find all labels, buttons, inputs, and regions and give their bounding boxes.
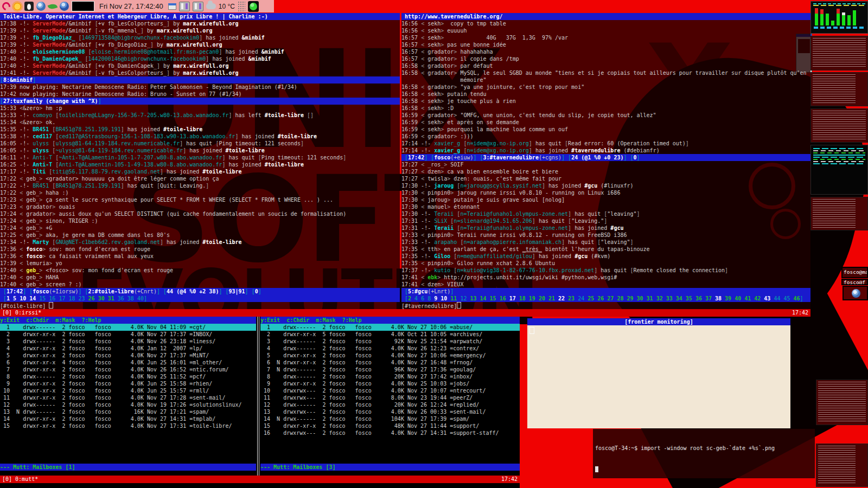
leaf-app-icon[interactable] (48, 2, 58, 10)
mailbox-row[interactable]: 3 drwx------ 2 fosco fosco 92K Nov 25 21… (260, 338, 520, 345)
status-green-circle-icon[interactable] (250, 3, 257, 10)
terminal-log-thumbnail[interactable] (810, 197, 868, 230)
irc-line: 17:39 -!- ServerMode/&minbif [-v fb_mmen… (0, 27, 400, 34)
terminal-log-thumbnail[interactable] (810, 36, 868, 70)
irc-line: 16:57 < gradator> hahahahaha (401, 48, 810, 55)
terminal-log-thumbnail[interactable] (810, 72, 868, 106)
irc-line: 17:38 -!- ServerMode/&minbif [+v fb_LesC… (0, 20, 400, 27)
mailbox-row[interactable]: 7 N drwx------ 2 fosco fosco 96K Nov 27 … (260, 366, 520, 373)
system-info-thumbnail[interactable] (810, 145, 868, 195)
sysinfo-text (813, 163, 865, 164)
text-cursor (457, 302, 461, 309)
irssi-window-tavernedulibre[interactable]: http://www.tavernedulibre.org/ 16:56 < s… (401, 13, 810, 309)
irc-line: 17:35 -!- Giloo [n=me@unaffiliated/gilou… (401, 253, 810, 260)
globe-network-icon[interactable] (60, 2, 69, 11)
sysinfo-text (813, 159, 865, 160)
mutt-left-rows: 1 drwx------ 2 fosco fosco 4.0K Nov 04 1… (0, 324, 256, 429)
irssi-status-bar: [27:tuxfamily (change with ^X)] (0, 98, 400, 105)
terminal-preview-swatch[interactable] (72, 1, 94, 11)
mailbox-row[interactable]: 4 drwxr-xr-x 2 fosco fosco 4.0K Jan 12 2… (0, 345, 256, 352)
mailbox-row[interactable]: 11 drwxrwx--- 2 fosco fosco 8.0K Nov 23 … (260, 394, 520, 401)
screenshot-terminal-window[interactable]: fosco@T-34:~$ import -window root sc-geb… (593, 429, 815, 478)
mailbox-row[interactable]: 15 drwxr-xr-x 2 fosco fosco 48K Nov 27 1… (260, 422, 520, 429)
mutt-mailboxes-window-1[interactable]: y:Exit c:Chdir m:Mask ?:Help 1 drwx-----… (0, 317, 256, 476)
iconified-window-fosco-ma[interactable]: fosco@ma: (841, 267, 868, 278)
irssi-status-bar: [17:42] [fosco(+eiuw)] [3:#tavernedulibr… (401, 154, 810, 161)
screen-hardstatus-irssi: [0] 0:irssi* 17:42 (0, 309, 810, 317)
terminal-log-thumbnail[interactable] (810, 108, 868, 143)
temperature-readout: 10 °C (219, 3, 235, 10)
irc-line: 16:57 < sekh> pas une bonne idée (401, 41, 810, 48)
mutt-mailboxes-window-3[interactable]: y:Exit c:Chdir m:Mask ?:Help 1 drwx-----… (260, 317, 520, 476)
mailbox-row[interactable]: 3 drwx------ 2 fosco fosco 4.0K Nov 26 2… (0, 338, 256, 345)
terminal-log-thumbnail[interactable] (816, 380, 868, 425)
mailbox-row[interactable]: 16 drwxrwx--- 2 fosco fosco 4.0K Nov 27 … (260, 429, 520, 436)
mailbox-row[interactable]: 7 drwxr-xr-x 2 fosco fosco 4.0K Nov 26 1… (0, 366, 256, 373)
mailbox-row[interactable]: 14 N drwx------ 2 fosco fosco 104K Nov 2… (260, 415, 520, 422)
mailbox-row[interactable]: 10 drwxr-xr-x 2 fosco fosco 4.0K Jun 25 … (0, 387, 256, 394)
pager-dots-grid[interactable] (238, 1, 245, 11)
mailbox-row[interactable]: 9 drwxr-xr-x 2 fosco fosco 4.0K Nov 25 1… (260, 380, 520, 387)
mutt-status-bar: --- Mutt: Mailboxes [3] (260, 464, 520, 471)
sysinfo-text (813, 148, 865, 149)
monitor-body (527, 325, 790, 428)
mailbox-row[interactable]: 14 drwxr-xr-x 2 fosco fosco 4.0K Nov 27 … (0, 415, 256, 422)
mailbox-row[interactable]: 2 drwxr-xr-x 5 fosco fosco 4.0K Oct 21 1… (260, 331, 520, 338)
irc-line: 16:59 < sekh> et après on se demande (401, 119, 810, 126)
mailbox-row[interactable]: 5 drwxr-xr-x 2 fosco fosco 4.0K Nov 27 1… (260, 352, 520, 359)
mailbox-row[interactable]: 5 drwxr-xr-x 2 fosco fosco 4.0K Nov 27 1… (0, 352, 256, 359)
sysinfo-highlight-row (813, 155, 865, 156)
screen-window-label: [0] 0:mutt* (2, 476, 38, 483)
irc-line: 17:17 -!- Titi [titi@56.117.88-79.rev.ga… (0, 168, 400, 175)
irc-line: 17:40 < geb_> HAHA (0, 274, 400, 281)
irc-line: 17:37 -!- kutio [n=kutio@vig38-1-82-67-7… (401, 267, 810, 274)
mailbox-row[interactable]: 1 drwx------ 2 fosco fosco 4.0K Nov 27 1… (260, 324, 520, 331)
mailbox-row[interactable]: 15 drwxr-xr-x 2 fosco fosco 4.0K Nov 27 … (0, 422, 256, 429)
mailbox-row[interactable]: 12 drwx------ 2 fosco fosco 4.0K Nov 19 … (0, 401, 256, 408)
irc-line: 17:36 < fosco> sov: mon fond d'ecran est… (0, 246, 400, 253)
irc-line: 16:58 < sekh> :D (401, 105, 810, 112)
weather-cloud-icon[interactable] (206, 3, 216, 9)
mailbox-row[interactable]: 13 N drwx------ 2 fosco fosco 16K Nov 27… (0, 408, 256, 415)
memory-monitor-icon[interactable] (193, 2, 203, 11)
mutt-status-bar: --- Mutt: Mailboxes [1] (0, 464, 256, 471)
mailbox-row[interactable]: 4 drwx------ 2 fosco fosco 4.0K Nov 26 1… (260, 345, 520, 352)
log-text-lines (813, 74, 856, 104)
tux-penguin-icon[interactable] (24, 2, 34, 11)
mailbox-row[interactable]: 8 drwx------ 2 fosco fosco 20K Nov 27 17… (260, 373, 520, 380)
window-applet-icon[interactable] (168, 3, 176, 10)
irc-line: 16:59 < sekh> pourquoi la machine load c… (401, 126, 810, 133)
chromium-browser-icon[interactable] (36, 2, 46, 11)
irc-line: 17:36 < fosco> ca faisait vraiment mal a… (0, 253, 400, 260)
irc-input-line[interactable]: [#tavernedulibre] (401, 302, 810, 309)
mailbox-row[interactable]: 1 drwx------ 2 fosco fosco 4.0K Nov 04 1… (0, 324, 256, 331)
irc-line: 17:41 < ebk> http://projects.unbit.it/uw… (401, 274, 810, 281)
sun-launcher-icon[interactable] (13, 2, 22, 11)
mailbox-row[interactable]: 12 drwx------ 2 fosco fosco 20K Nov 26 1… (260, 401, 520, 408)
mailbox-row[interactable]: 6 N drwxr-xr-x 2 fosco fosco 4.0K Nov 27… (260, 359, 520, 366)
iconified-window-fosco-f[interactable]: fosco@f (841, 279, 868, 285)
mailbox-row[interactable]: 9 drwxr-xr-x 2 fosco fosco 4.0K Jun 25 1… (0, 380, 256, 387)
mailbox-row[interactable]: 10 drwxrwx--- 2 fosco fosco 4.0K Nov 27 … (260, 387, 520, 394)
mailbox-row[interactable]: 13 drwxrwx--- 2 fosco fosco 4.0K Nov 26 … (260, 408, 520, 415)
iconified-chromium-window[interactable] (843, 286, 868, 300)
log-text-lines (813, 199, 856, 228)
mailbox-row[interactable]: 2 drwxr-xr-x 2 fosco fosco 4.0K Nov 27 1… (0, 331, 256, 338)
terminal-log-thumbnail[interactable] (816, 444, 868, 487)
alsamixer-thumbnail[interactable] (810, 1, 868, 34)
irc-line: 17:30 -!- Teraii [n=Teraii@funaho1.olymp… (401, 210, 810, 217)
debian-launcher-icon[interactable] (1, 1, 12, 12)
irc-line: 17:30 < jaroug> putain je suis grave sao… (401, 196, 810, 203)
memory-monitor-icon[interactable] (179, 2, 190, 11)
text-cursor (49, 302, 53, 309)
irc-line: 17:40 -!- eloisehermione08 [eloise.hermi… (0, 48, 400, 55)
irc-topic-bar: http://www.tavernedulibre.org/ (401, 13, 810, 20)
irc-input-line[interactable]: [#toile-libre] (0, 302, 400, 309)
mixer-header-text (813, 3, 865, 4)
frontier-monitoring-window[interactable]: [frontier monitoring] (527, 318, 790, 428)
mailbox-row[interactable]: 8 drwx------ 2 fosco fosco 4.0K Nov 25 1… (0, 373, 256, 380)
mailbox-row[interactable]: 6 drwxr-xr-x 4 fosco fosco 4.0K Jun 25 1… (0, 359, 256, 366)
mailbox-row[interactable]: 11 drwxr-xr-x 2 fosco fosco 4.0K Nov 27 … (0, 394, 256, 401)
irssi-window-toile-libre[interactable]: Toile-Libre, Operateur Internet et Heber… (0, 13, 400, 309)
irssi-status-bar: [2 4 6 8 9 10 11 12 13 14 15 16 17 18 19… (401, 295, 810, 302)
